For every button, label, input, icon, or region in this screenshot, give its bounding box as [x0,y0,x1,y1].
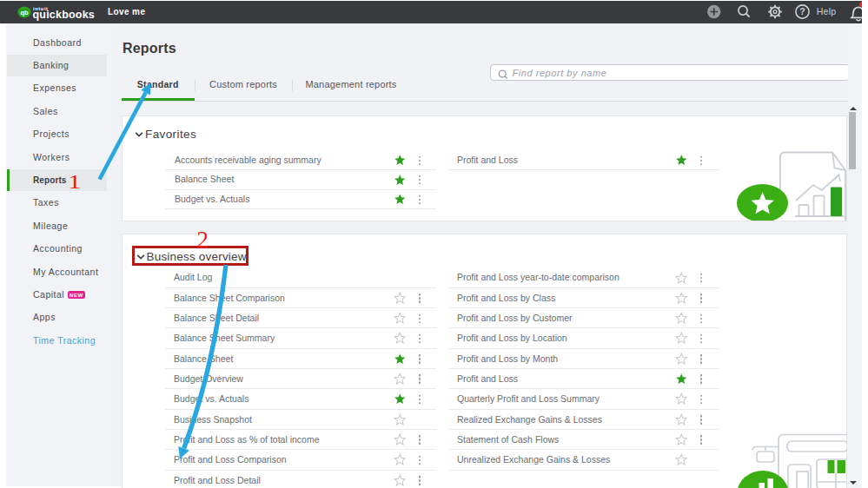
svg-text:Help: Help [817,6,837,16]
svg-text:?: ? [799,6,805,16]
svg-text:qb: qb [20,8,29,16]
